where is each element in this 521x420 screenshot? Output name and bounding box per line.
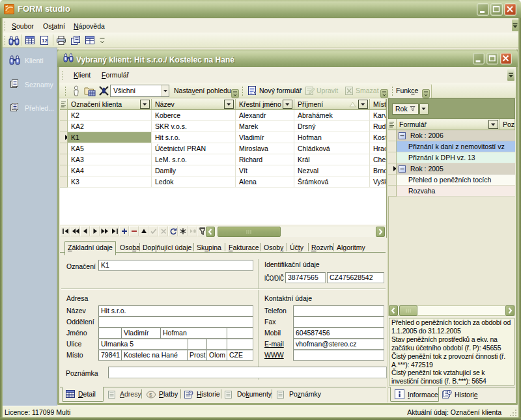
svg-text:$: $: [149, 392, 152, 398]
svg-text:12: 12: [42, 38, 48, 44]
